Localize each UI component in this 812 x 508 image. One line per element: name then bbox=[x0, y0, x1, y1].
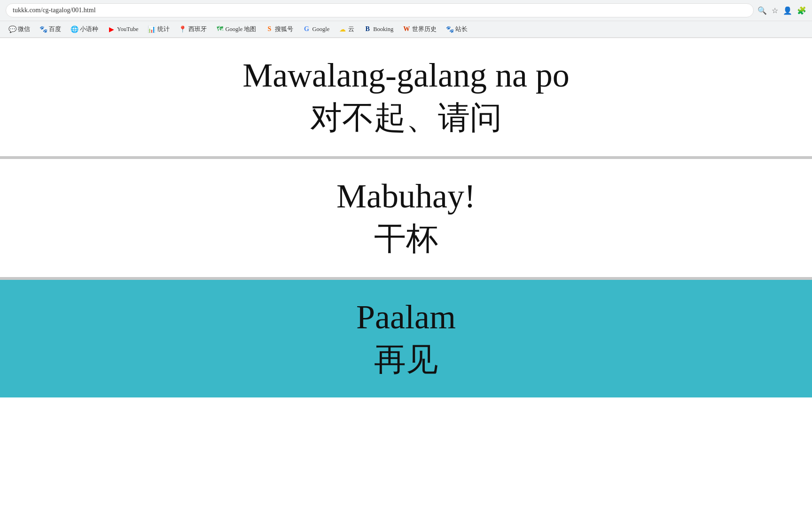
bookmark-zhan-label: 站长 bbox=[455, 25, 468, 33]
bookmark-booking-label: Booking bbox=[373, 26, 393, 33]
bookmark-booking[interactable]: B Booking bbox=[360, 24, 397, 34]
bookmark-yun-label: 云 bbox=[348, 25, 354, 33]
bookmark-google-maps[interactable]: 🗺 Google 地图 bbox=[212, 24, 260, 35]
baidu-icon: 🐾 bbox=[39, 25, 47, 33]
bookmark-google-label: Google bbox=[312, 26, 329, 33]
xiaoyuzhong-icon: 🌐 bbox=[70, 25, 78, 33]
section-3-tagalog: Paalam bbox=[356, 299, 456, 336]
bookmark-google-maps-label: Google 地图 bbox=[226, 25, 257, 33]
bookmark-xibanya[interactable]: 📍 西班牙 bbox=[175, 24, 211, 35]
bookmark-wechat[interactable]: 💬 微信 bbox=[5, 24, 34, 35]
section-1: Mawalang-galang na po 对不起、请问 bbox=[0, 38, 812, 159]
browser-chrome: tukkk.com/cg-tagalog/001.html 🔍 ☆ 👤 🧩 💬 … bbox=[0, 0, 812, 38]
yun-icon: ☁ bbox=[339, 25, 346, 33]
search-icon[interactable]: 🔍 bbox=[757, 6, 767, 15]
section-3-chinese: 再见 bbox=[374, 341, 438, 379]
section-2-tagalog: Mabuhay! bbox=[336, 178, 476, 215]
bookmark-wechat-label: 微信 bbox=[18, 25, 30, 33]
section-3: Paalam 再见 bbox=[0, 280, 812, 398]
bookmark-souhu[interactable]: S 搜狐号 bbox=[262, 24, 297, 35]
section-1-chinese: 对不起、请问 bbox=[310, 99, 502, 137]
souhu-icon: S bbox=[265, 25, 273, 33]
bookmarks-bar: 💬 微信 🐾 百度 🌐 小语种 ▶ YouTube 📊 统计 📍 西班牙 🗺 G… bbox=[0, 21, 812, 38]
bookmark-world-history-label: 世界历史 bbox=[412, 25, 437, 33]
bookmark-google[interactable]: G Google bbox=[299, 24, 333, 34]
bookmark-tongji-label: 统计 bbox=[157, 25, 170, 33]
url-text: tukkk.com/cg-tagalog/001.html bbox=[13, 7, 96, 14]
bottom-hint bbox=[0, 397, 812, 407]
world-history-icon: W bbox=[403, 25, 410, 33]
address-bar-row: tukkk.com/cg-tagalog/001.html 🔍 ☆ 👤 🧩 bbox=[0, 0, 812, 21]
bookmark-zhan[interactable]: 🐾 站长 bbox=[442, 24, 471, 35]
tongji-icon: 📊 bbox=[148, 25, 156, 33]
address-bar[interactable]: tukkk.com/cg-tagalog/001.html bbox=[6, 3, 754, 17]
google-maps-icon: 🗺 bbox=[216, 25, 224, 33]
bookmark-baidu[interactable]: 🐾 百度 bbox=[36, 24, 65, 35]
extension-icon[interactable]: 🧩 bbox=[797, 6, 806, 15]
xibanya-icon: 📍 bbox=[179, 25, 187, 33]
bookmark-yun[interactable]: ☁ 云 bbox=[335, 24, 358, 35]
bookmark-youtube[interactable]: ▶ YouTube bbox=[104, 24, 142, 34]
profile-icon[interactable]: 👤 bbox=[783, 6, 792, 15]
bookmark-tongji[interactable]: 📊 统计 bbox=[144, 24, 173, 35]
bookmark-souhu-label: 搜狐号 bbox=[275, 25, 293, 33]
booking-icon: B bbox=[364, 25, 371, 33]
section-2-chinese: 干杯 bbox=[374, 220, 438, 258]
browser-icons: 🔍 ☆ 👤 🧩 bbox=[757, 6, 806, 15]
wechat-icon: 💬 bbox=[8, 25, 16, 33]
bookmark-baidu-label: 百度 bbox=[49, 25, 61, 33]
zhan-icon: 🐾 bbox=[446, 25, 453, 33]
section-2: Mabuhay! 干杯 bbox=[0, 159, 812, 280]
bookmark-xiaoyuzhong[interactable]: 🌐 小语种 bbox=[67, 24, 102, 35]
page-content: Mawalang-galang na po 对不起、请问 Mabuhay! 干杯… bbox=[0, 38, 812, 407]
bookmark-icon[interactable]: ☆ bbox=[772, 6, 778, 15]
bookmark-world-history[interactable]: W 世界历史 bbox=[399, 24, 440, 35]
google-icon: G bbox=[303, 25, 310, 33]
bookmark-youtube-label: YouTube bbox=[117, 26, 139, 33]
bookmark-xibanya-label: 西班牙 bbox=[188, 25, 207, 33]
bookmark-xiaoyuzhong-label: 小语种 bbox=[80, 25, 98, 33]
youtube-icon: ▶ bbox=[108, 25, 115, 33]
section-1-tagalog: Mawalang-galang na po bbox=[242, 57, 570, 94]
